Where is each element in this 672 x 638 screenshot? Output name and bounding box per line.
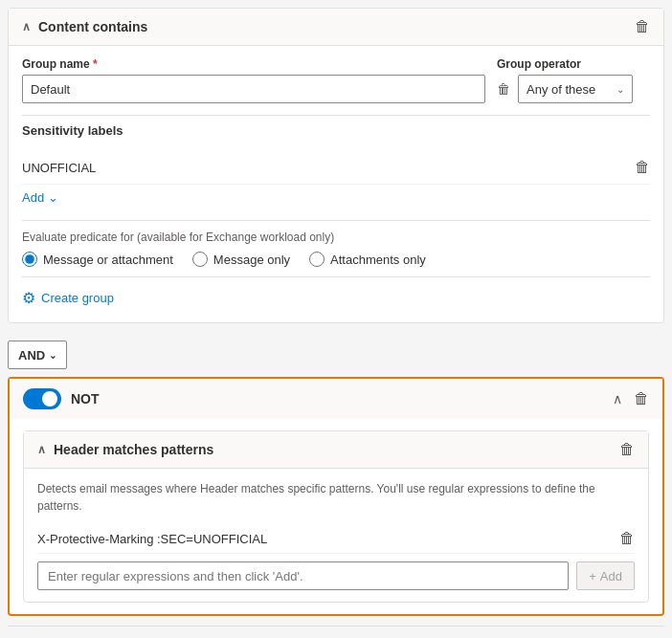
not-card: NOT ∧ 🗑 ∧ Header matches patterns 🗑 Dete… — [8, 377, 664, 616]
divider-1 — [22, 115, 650, 116]
bottom-bar: + + Add condition ⌄ ⊞ Add group — [8, 626, 664, 638]
sensitivity-labels-section-label: Sensitivity labels — [22, 123, 650, 143]
radio-attachments-only[interactable]: Attachments only — [309, 252, 426, 267]
radio-message-attachment[interactable]: Message or attachment — [22, 252, 173, 267]
and-wrapper: AND ⌄ — [8, 333, 664, 377]
not-toggle-slider — [23, 388, 61, 409]
add-label-text: Add — [22, 190, 44, 205]
regex-add-label: Add — [600, 569, 622, 583]
header-matches-delete-icon[interactable]: 🗑 — [619, 441, 635, 458]
create-group-button[interactable]: ⚙ Create group — [22, 285, 114, 311]
pattern-row: X-Protective-Marking :SEC=UNOFFICIAL 🗑 — [37, 524, 635, 554]
create-group-label: Create group — [41, 291, 114, 305]
regex-add-button[interactable]: + Add — [576, 561, 635, 590]
radio-message-only-label: Message only — [213, 253, 290, 267]
header-matches-patterns-card: ∧ Header matches patterns 🗑 Detects emai… — [23, 430, 649, 603]
and-label: AND — [18, 348, 45, 363]
content-contains-delete-icon[interactable]: 🗑 — [635, 18, 650, 35]
header-matches-title-group: ∧ Header matches patterns — [37, 442, 213, 457]
and-dropdown[interactable]: AND ⌄ — [8, 341, 67, 369]
unofficial-delete-icon[interactable]: 🗑 — [635, 159, 650, 176]
not-collapse-icon[interactable]: ∧ — [613, 391, 622, 407]
group-operator-dropdown-row: 🗑 Any of these ⌄ — [497, 75, 650, 103]
group-name-input[interactable] — [22, 75, 485, 103]
regex-add-plus-icon: + — [589, 569, 596, 583]
not-header: NOT ∧ 🗑 — [10, 379, 662, 419]
radio-message-only-input[interactable] — [192, 252, 208, 267]
pattern-text: X-Protective-Marking :SEC=UNOFFICIAL — [37, 532, 267, 546]
group-operator-select[interactable]: Any of these ⌄ — [518, 75, 633, 103]
content-contains-title-group: ∧ Content contains — [22, 19, 147, 34]
header-matches-body: Detects email messages where Header matc… — [24, 469, 648, 602]
pattern-delete-icon[interactable]: 🗑 — [619, 530, 635, 547]
add-chevron-icon: ⌄ — [48, 190, 58, 205]
radio-message-attachment-label: Message or attachment — [43, 253, 173, 267]
radio-message-attachment-input[interactable] — [22, 252, 37, 267]
divider-2 — [22, 276, 650, 277]
not-header-right: ∧ 🗑 — [613, 390, 649, 407]
required-star: * — [93, 57, 98, 71]
header-matches-collapse-icon[interactable]: ∧ — [37, 443, 46, 456]
create-group-icon: ⚙ — [22, 289, 35, 307]
group-name-row: Group name * Group operator 🗑 Any of the… — [22, 57, 650, 103]
radio-attachments-only-input[interactable] — [309, 252, 325, 267]
radio-attachments-only-label: Attachments only — [330, 253, 426, 267]
not-header-left: NOT — [23, 388, 100, 409]
radio-group: Message or attachment Message only Attac… — [22, 252, 650, 267]
header-matches-patterns-header: ∧ Header matches patterns 🗑 — [24, 431, 648, 469]
group-operator-label: Group operator — [497, 57, 650, 71]
header-matches-title: Header matches patterns — [54, 442, 213, 457]
content-contains-header: ∧ Content contains 🗑 — [9, 9, 663, 46]
regex-input[interactable] — [37, 561, 569, 590]
evaluate-predicate-label: Evaluate predicate for (available for Ex… — [22, 231, 650, 244]
evaluate-predicate-section: Evaluate predicate for (available for Ex… — [22, 220, 650, 311]
group-operator-chevron-icon: ⌄ — [616, 84, 624, 95]
content-contains-body: Group name * Group operator 🗑 Any of the… — [9, 46, 663, 322]
not-toggle[interactable] — [23, 388, 61, 409]
add-sensitivity-label-button[interactable]: Add ⌄ — [22, 185, 58, 210]
and-chevron-icon: ⌄ — [49, 350, 56, 361]
group-operator-group: Group operator 🗑 Any of these ⌄ — [497, 57, 650, 103]
not-label: NOT — [71, 391, 100, 407]
not-delete-icon[interactable]: 🗑 — [634, 390, 649, 407]
collapse-icon[interactable]: ∧ — [22, 20, 31, 33]
header-matches-description: Detects email messages where Header matc… — [37, 480, 635, 515]
unofficial-label: UNOFFICIAL — [22, 161, 96, 175]
unofficial-label-row: UNOFFICIAL 🗑 — [22, 151, 650, 185]
content-contains-card: ∧ Content contains 🗑 Group name * Group … — [8, 8, 664, 323]
content-contains-title: Content contains — [38, 19, 147, 34]
radio-message-only[interactable]: Message only — [192, 252, 290, 267]
group-name-group: Group name * — [22, 57, 485, 103]
regex-input-row: + Add — [37, 561, 635, 590]
group-operator-delete-icon[interactable]: 🗑 — [497, 81, 510, 97]
group-name-label: Group name * — [22, 57, 485, 71]
